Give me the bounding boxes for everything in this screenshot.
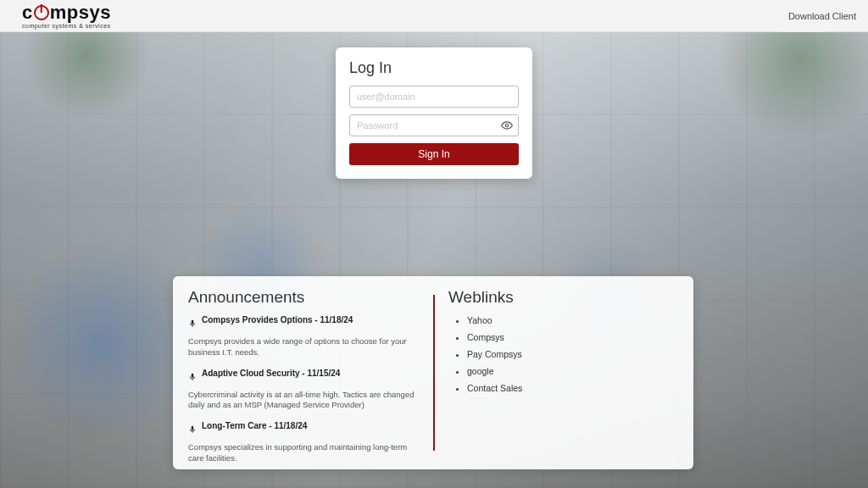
announcement-title: Compsys Provides Options - 11/18/24 [202, 315, 353, 324]
weblink-item[interactable]: Yahoo [467, 315, 678, 325]
weblinks-column: Weblinks Yahoo Compsys Pay Compsys googl… [433, 288, 678, 461]
brand-pre: c [22, 2, 33, 23]
power-icon [34, 5, 49, 20]
microphone-icon [188, 369, 197, 385]
password-input[interactable] [349, 114, 519, 136]
username-field-wrap [349, 86, 519, 108]
announcement-item: Long-Term Care - 11/18/24 Compsys specia… [188, 421, 418, 464]
announcements-column: Announcements Compsys Provides Options -… [188, 288, 433, 461]
svg-point-0 [505, 124, 509, 127]
login-card: Log In Sign In [336, 47, 532, 179]
microphone-icon [188, 422, 197, 437]
microphone-icon [188, 316, 197, 331]
announcement-title: Long-Term Care - 11/18/24 [202, 421, 307, 430]
announcement-title: Adaptive Cloud Security - 11/15/24 [202, 369, 340, 378]
top-bar: cmpsys computer systems & services Downl… [0, 0, 868, 32]
announcements-heading: Announcements [188, 288, 418, 307]
announcement-item: Adaptive Cloud Security - 11/15/24 Cyber… [188, 369, 418, 412]
info-panel: Announcements Compsys Provides Options -… [173, 276, 693, 469]
weblink-item[interactable]: Compsys [467, 332, 678, 342]
weblinks-heading: Weblinks [448, 288, 678, 307]
username-input[interactable] [349, 86, 519, 108]
announcement-item: Compsys Provides Options - 11/18/24 Comp… [188, 315, 418, 358]
brand-logo: cmpsys computer systems & services [22, 3, 111, 29]
weblinks-list: Yahoo Compsys Pay Compsys google Contact… [448, 315, 678, 393]
show-password-icon[interactable] [500, 119, 514, 132]
download-client-link[interactable]: Download Client [788, 11, 856, 21]
announcement-body: Compsys provides a wide range of options… [188, 336, 418, 358]
weblink-item[interactable]: google [467, 366, 678, 376]
sign-in-button[interactable]: Sign In [349, 143, 519, 165]
login-title: Log In [349, 59, 519, 77]
brand-post: mpsys [50, 2, 111, 23]
announcement-body: Cybercriminal activity is at an all-time… [188, 390, 418, 412]
brand-wordmark: cmpsys [22, 3, 111, 22]
brand-tagline: computer systems & services [22, 23, 111, 29]
password-field-wrap [349, 114, 519, 136]
weblink-item[interactable]: Pay Compsys [467, 349, 678, 359]
announcement-body: Compsys specializes in supporting and ma… [188, 442, 418, 464]
weblink-item[interactable]: Contact Sales [467, 383, 678, 393]
